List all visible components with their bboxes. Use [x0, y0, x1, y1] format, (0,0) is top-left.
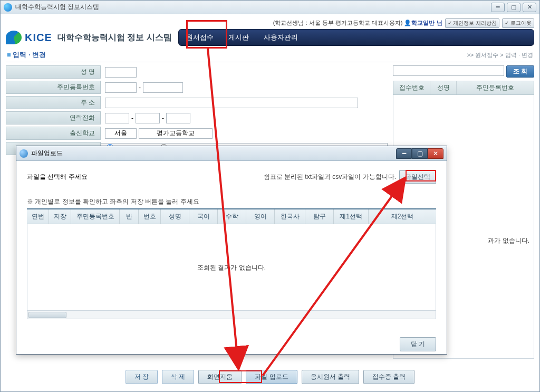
modal-titlebar: 파일업로드 ━ ▢ ✕ [16, 146, 447, 161]
query-button[interactable]: 조 회 [506, 65, 534, 78]
gcol-seq: 연번 [27, 209, 49, 224]
sidecol-name: 성명 [430, 81, 457, 94]
modal-note: ※ 개인별로 정보를 확인하고 좌측의 저장 버튼을 눌러 주세요 [27, 197, 436, 206]
school-name: 학교일반 님 [411, 20, 442, 26]
grid-header: 연번 저장 주민등록번호 반 번호 성명 국어 수학 영어 한국사 탐구 제1선… [27, 208, 436, 224]
rrn-field-2[interactable] [143, 82, 183, 93]
file-select-button[interactable]: 파일선택 [399, 170, 436, 184]
rrn-field-1[interactable] [105, 82, 137, 93]
window-title: 대학수학능력시험 정보시스템 [15, 3, 99, 12]
print-receipt-button[interactable]: 접수증 출력 [363, 370, 414, 384]
modal-title: 파일업로드 [31, 149, 63, 158]
label-addr: 주 소 [6, 96, 101, 109]
school-city: 서울 [105, 128, 137, 139]
name-field[interactable] [105, 67, 137, 78]
app-icon [4, 3, 12, 12]
grid-horizontal-scrollbar[interactable] [27, 311, 436, 319]
side-no-result: 과가 없습니다. [488, 236, 529, 245]
breadcrumb: >> 원서접수 > 입력 · 변경 [467, 51, 533, 59]
gcol-choice2: 제2선택 [369, 209, 436, 224]
nav-application[interactable]: 원서접수 [186, 33, 214, 42]
navbar: 원서접수 게시판 사용자관리 [178, 29, 534, 46]
close-button[interactable]: ✕ [523, 3, 536, 12]
sidecol-rrn: 주민등록번호 [457, 81, 534, 94]
privacy-button[interactable]: ✓ 개인정보 처리방침 [445, 18, 500, 28]
modal-select-label: 파일을 선택해 주세요 [27, 173, 88, 181]
modal-close-footer-button[interactable]: 닫 기 [400, 337, 436, 351]
modal-app-icon [20, 149, 28, 158]
address-field[interactable] [105, 98, 358, 108]
gcol-english: 영어 [246, 209, 275, 224]
titlebar: 대학수학능력시험 정보시스템 ━ ▢ ✕ [1, 1, 539, 14]
gcol-class: 반 [120, 209, 139, 224]
logo: KICE 대학수학능력시험 정보 시스템 [6, 31, 172, 44]
gcol-num: 번호 [139, 209, 161, 224]
sidecol-receipt: 접수번호 [393, 81, 430, 94]
file-upload-button[interactable]: 파일 업로드 [246, 370, 297, 384]
gcol-rrn: 주민등록번호 [71, 209, 120, 224]
phone-field-3[interactable] [166, 113, 190, 123]
gcol-choice1: 제1선택 [334, 209, 369, 224]
upload-modal: 파일업로드 ━ ▢ ✕ 파일을 선택해 주세요 쉼표로 분리된 txt파일과 c… [16, 146, 447, 355]
modal-minimize-button[interactable]: ━ [396, 148, 412, 159]
gcol-korean: 국어 [189, 209, 218, 224]
gcol-explore: 탐구 [305, 209, 334, 224]
print-application-button[interactable]: 응시원서 출력 [302, 370, 359, 384]
clear-button[interactable]: 화면지움 [198, 370, 242, 384]
user-label: (학교선생님 : 서울 동부 평가고등학교 대표사용자) [273, 20, 403, 26]
modal-close-button[interactable]: ✕ [428, 148, 443, 159]
page-title: ■ 입력 · 변경 [7, 50, 46, 60]
gcol-math: 수학 [218, 209, 246, 224]
logo-text: KICE [25, 32, 52, 44]
save-button[interactable]: 저 장 [126, 370, 158, 384]
modal-maximize-button[interactable]: ▢ [412, 148, 428, 159]
maximize-button[interactable]: ▢ [507, 3, 520, 12]
grid-no-result: 조회된 결과가 없습니다. [197, 263, 266, 272]
gcol-name: 성명 [161, 209, 189, 224]
label-rrn: 주민등록번호 [6, 81, 101, 94]
gcol-history: 한국사 [275, 209, 305, 224]
logout-button[interactable]: ✓ 로그아웃 [502, 18, 534, 28]
label-school: 출신학교 [6, 127, 101, 140]
nav-board[interactable]: 게시판 [228, 33, 249, 42]
minimize-button[interactable]: ━ [491, 3, 505, 12]
phone-field-2[interactable] [136, 113, 160, 123]
label-name: 성 명 [6, 65, 101, 79]
logo-icon [6, 31, 22, 44]
delete-button[interactable]: 삭 제 [162, 370, 194, 384]
user-info-line: (학교선생님 : 서울 동부 평가고등학교 대표사용자) 👤학교일반 님 ✓ 개… [6, 18, 534, 29]
nav-users[interactable]: 사용자관리 [264, 33, 298, 42]
side-search-field[interactable] [393, 65, 504, 76]
grid-body: 조회된 결과가 없습니다. [27, 224, 436, 311]
gcol-save: 저장 [49, 209, 71, 224]
label-phone: 연락전화 [6, 111, 101, 125]
logo-subtitle: 대학수학능력시험 정보 시스템 [57, 32, 172, 43]
modal-hint: 쉼표로 분리된 txt파일과 csv파일이 가능합니다. [264, 173, 396, 181]
school-name-field: 평가고등학교 [139, 128, 213, 139]
side-table-header: 접수번호 성명 주민등록번호 [393, 81, 534, 95]
phone-field-1[interactable] [105, 113, 129, 123]
